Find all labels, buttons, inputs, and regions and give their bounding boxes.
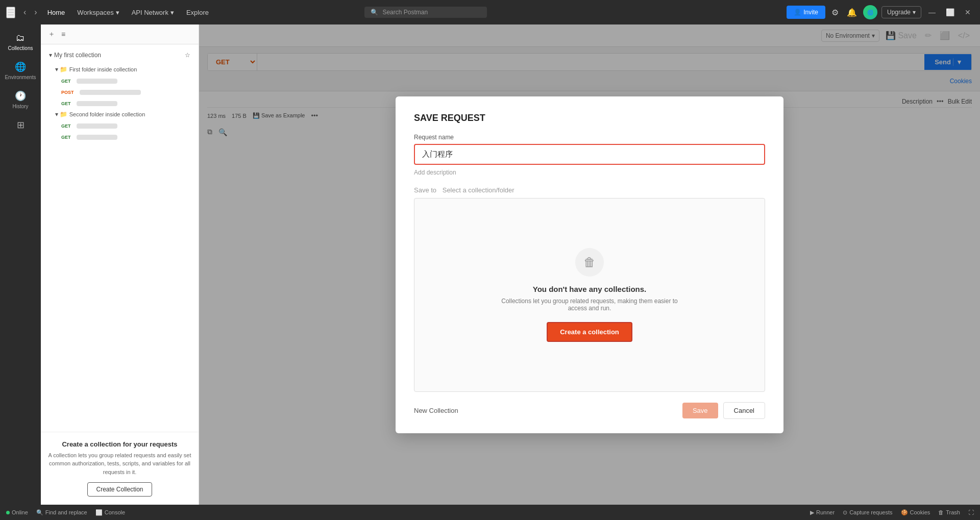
blurred-url	[77, 79, 117, 84]
collection-name: My first collection	[54, 52, 101, 59]
new-collection-button[interactable]: ＋	[47, 29, 56, 40]
left-panel: ＋ ≡ ▾ My first collection ☆ ▾ 📁 First fo…	[41, 24, 199, 505]
chevron-down-icon: ▾	[49, 52, 52, 59]
hamburger-icon[interactable]: ☰	[6, 7, 15, 18]
collections-icon: 🗂	[16, 33, 25, 43]
home-link[interactable]: Home	[43, 7, 69, 18]
folder-item-2[interactable]: ▾ 📁 Second folder inside collection	[45, 109, 194, 120]
method-badge-get: GET	[59, 134, 73, 140]
history-icon: 🕐	[15, 90, 26, 102]
console-icon: ⬜	[95, 509, 103, 516]
explore-link[interactable]: Explore	[182, 7, 213, 18]
star-icon[interactable]: ☆	[185, 52, 190, 59]
save-to-section: Save to Select a collection/folder 🗑 You…	[414, 186, 765, 392]
topbar: ☰ ‹ › Home Workspaces ▾ API Network ▾ Ex…	[0, 0, 980, 24]
maximize-button[interactable]: ⬜	[943, 7, 958, 17]
collections-box: 🗑 You don't have any collections. Collec…	[414, 198, 765, 392]
method-badge-get: GET	[59, 101, 73, 107]
modal-overlay: SAVE REQUEST Request name Add descriptio…	[199, 24, 980, 505]
search-bar[interactable]: 🔍 Search Postman	[364, 7, 487, 18]
method-badge-get: GET	[59, 78, 73, 84]
workspaces-dropdown[interactable]: Workspaces ▾	[73, 7, 123, 18]
search-icon: 🔍	[36, 509, 43, 516]
sidebar: 🗂 Collections 🌐 Environments 🕐 History ⊞	[0, 24, 41, 505]
search-icon: 🔍	[371, 9, 378, 16]
chevron-down-icon: ▾	[913, 9, 916, 16]
close-button[interactable]: ✕	[962, 7, 974, 17]
import-button[interactable]: ≡	[60, 29, 66, 39]
modal-footer: New Collection Save Cancel	[414, 402, 765, 419]
online-dot	[6, 511, 10, 514]
sidebar-item-collections[interactable]: 🗂 Collections	[0, 29, 41, 55]
mock-icon: ⊞	[17, 119, 24, 131]
minimize-button[interactable]: —	[925, 7, 939, 17]
request-name-input[interactable]	[414, 144, 765, 165]
sidebar-item-history[interactable]: 🕐 History	[0, 86, 41, 113]
console-item[interactable]: ⬜ Console	[95, 509, 125, 516]
invite-button[interactable]: 👤 Invite	[787, 6, 825, 19]
create-collection-modal-button[interactable]: Create a collection	[547, 322, 632, 342]
sidebar-item-mock[interactable]: ⊞	[0, 115, 41, 137]
forward-button[interactable]: ›	[32, 6, 39, 19]
chevron-down-icon: ▾	[116, 9, 119, 16]
trash-icon: 🗑	[938, 509, 944, 515]
runner-icon: ▶	[810, 509, 814, 516]
collections-list: ▾ My first collection ☆ ▾ 📁 First folder…	[41, 44, 199, 432]
upgrade-button[interactable]: Upgrade ▾	[881, 6, 921, 18]
statusbar: Online 🔍 Find and replace ⬜ Console ▶ Ru…	[0, 505, 980, 520]
method-badge-get: GET	[59, 123, 73, 129]
modal-save-button[interactable]: Save	[682, 403, 718, 418]
user-plus-icon: 👤	[794, 9, 801, 16]
create-collection-sidebar-button[interactable]: Create Collection	[87, 482, 152, 497]
save-to-label: Save to Select a collection/folder	[414, 186, 765, 194]
chevron-down-icon: ▾	[55, 66, 58, 73]
add-description-link[interactable]: Add description	[414, 169, 765, 176]
blurred-url	[77, 135, 117, 140]
folder1-item-2[interactable]: POST	[45, 86, 194, 97]
sidebar-item-environments[interactable]: 🌐 Environments	[0, 57, 41, 84]
chevron-down-icon: ▾	[55, 111, 58, 118]
collection-header: ▾ My first collection ☆	[49, 52, 190, 59]
new-collection-link[interactable]: New Collection	[414, 407, 458, 414]
capture-icon: ⊙	[843, 509, 847, 516]
capture-item[interactable]: ⊙ Capture requests	[843, 509, 892, 516]
collection-item[interactable]: ▾ My first collection ☆	[45, 48, 194, 64]
folder2-item-1[interactable]: GET	[45, 120, 194, 131]
folder1-item-1[interactable]: GET	[45, 75, 194, 86]
main-content: No Environment ▾ 💾 Save ✏ ⬜ </> GET POST…	[199, 24, 980, 505]
trash-status-item[interactable]: 🗑 Trash	[938, 509, 960, 515]
blurred-url	[77, 123, 117, 129]
back-button[interactable]: ‹	[21, 6, 28, 19]
blurred-url	[77, 101, 117, 106]
environments-icon: 🌐	[15, 61, 26, 72]
folder-icon: 📁	[60, 66, 67, 73]
trash-icon: 🗑	[575, 248, 604, 277]
folder-icon: 📁	[60, 111, 67, 118]
online-status: Online	[6, 509, 28, 515]
main-layout: 🗂 Collections 🌐 Environments 🕐 History ⊞…	[0, 24, 980, 505]
empty-collections-title: You don't have any collections.	[533, 285, 647, 293]
settings-icon[interactable]: ⚙	[829, 6, 841, 19]
cookies-status-item[interactable]: 🍪 Cookies	[901, 509, 930, 516]
expand-icon[interactable]: ⛶	[968, 509, 974, 515]
folder2-item-2[interactable]: GET	[45, 131, 194, 142]
runner-item[interactable]: ▶ Runner	[810, 509, 835, 516]
avatar[interactable]: 🌀	[863, 5, 877, 19]
folder1-item-3[interactable]: GET	[45, 97, 194, 109]
api-network-dropdown[interactable]: API Network ▾	[128, 7, 178, 18]
chevron-down-icon: ▾	[170, 9, 174, 16]
request-name-label: Request name	[414, 134, 765, 141]
empty-collections-desc: Collections let you group related reques…	[498, 298, 681, 312]
create-collection-desc: A collection lets you group related requ…	[47, 451, 192, 477]
modal-cancel-button[interactable]: Cancel	[723, 402, 765, 419]
cookies-icon: 🍪	[901, 509, 908, 516]
method-badge-post: POST	[59, 89, 76, 95]
modal-title: SAVE REQUEST	[414, 113, 765, 123]
create-collection-promo: Create a collection for your requests A …	[41, 432, 199, 505]
find-replace-item[interactable]: 🔍 Find and replace	[36, 509, 87, 516]
blurred-url	[80, 90, 141, 95]
left-panel-toolbar: ＋ ≡	[41, 24, 199, 44]
bell-icon[interactable]: 🔔	[845, 6, 859, 19]
create-collection-title: Create a collection for your requests	[47, 440, 192, 448]
folder-item-1[interactable]: ▾ 📁 First folder inside collection	[45, 64, 194, 75]
